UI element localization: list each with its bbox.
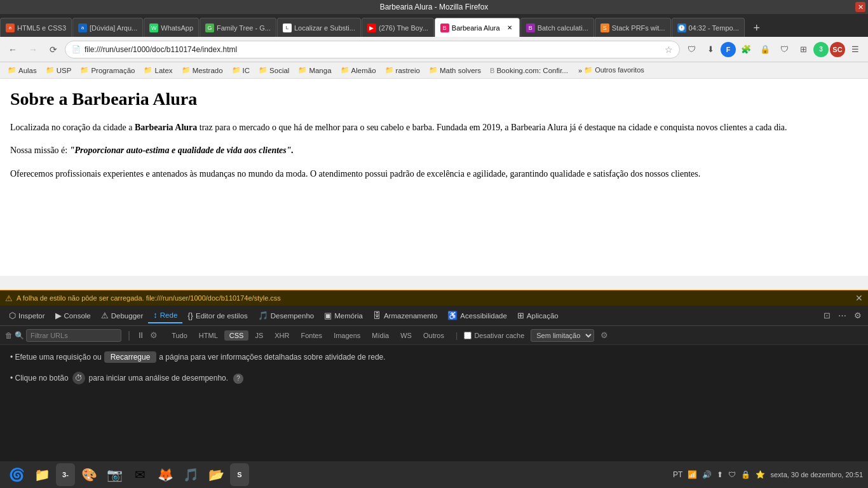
tab-familytree[interactable]: GFamily Tree - G... bbox=[200, 18, 276, 37]
devtools-tool-memória[interactable]: ▣Memória bbox=[319, 308, 368, 323]
filter-tab-tudo[interactable]: Tudo bbox=[166, 330, 193, 341]
bookmark-item-4[interactable]: 📁Mestrado bbox=[178, 65, 227, 76]
tab-html5[interactable]: aHTML5 e CSS3 bbox=[0, 18, 72, 37]
url-text: file:///run/user/1000/doc/b110174e/index… bbox=[85, 45, 661, 54]
tab-duvida[interactable]: a[Dúvida] Arqu... bbox=[72, 18, 143, 37]
devtools-more-icon[interactable]: ⋯ bbox=[836, 309, 849, 322]
nav-bar: ← → ⟳ 📄 file:///run/user/1000/doc/b11017… bbox=[0, 37, 868, 62]
taskbar-lock-icon: 🔒 bbox=[741, 470, 750, 479]
taskbar-folder-icon[interactable]: 📂 bbox=[205, 463, 227, 486]
menu-icon[interactable]: ☰ bbox=[846, 41, 864, 58]
bookmark-icon-7: 📁 bbox=[298, 66, 307, 74]
tab-youtube[interactable]: ▶(276) The Boy... bbox=[362, 18, 434, 37]
close-window-button[interactable]: ✕ bbox=[855, 2, 865, 12]
throttle-select[interactable]: Sem limitação bbox=[531, 329, 594, 342]
devtools-close-button[interactable]: ✕ bbox=[855, 293, 863, 303]
filter-tab-ws[interactable]: WS bbox=[395, 330, 417, 341]
devtools-tool-label-Debugger: Debugger bbox=[111, 312, 144, 320]
devtools-tool-acessibilidade[interactable]: ♿Acessibilidade bbox=[442, 308, 512, 323]
new-tab-button[interactable]: + bbox=[748, 19, 766, 37]
tab-favicon-clock: 🕐 bbox=[677, 24, 686, 32]
hint2-question-icon[interactable]: ? bbox=[233, 374, 243, 384]
filter-tab-fontes[interactable]: Fontes bbox=[295, 330, 327, 341]
bookmark-item-6[interactable]: 📁Social bbox=[255, 65, 293, 76]
filter-tab-outros[interactable]: Outros bbox=[418, 330, 449, 341]
bookmark-icon-0: 📁 bbox=[8, 66, 17, 74]
disable-cache-checkbox[interactable] bbox=[464, 332, 471, 339]
filter-tab-mídia[interactable]: Mídia bbox=[367, 330, 394, 341]
extension1-icon[interactable]: 🧩 bbox=[737, 41, 755, 58]
devtools-tool-label-Aplicação: Aplicação bbox=[527, 312, 559, 320]
disable-cache-label[interactable]: Desativar cache bbox=[464, 332, 524, 339]
devtools-tool-editor-de-estilos[interactable]: {}Editor de estilos bbox=[182, 308, 253, 323]
bookmark-item-2[interactable]: 📁Programação bbox=[76, 65, 139, 76]
back-button[interactable]: ← bbox=[4, 41, 22, 58]
bookmark-item-5[interactable]: 📁IC bbox=[228, 65, 254, 76]
tab-whatsapp[interactable]: WWhatsApp bbox=[144, 18, 199, 37]
tab-stack[interactable]: SStack PRFs wit... bbox=[595, 18, 671, 37]
filter-tab-js[interactable]: JS bbox=[250, 330, 268, 341]
taskbar-linux-icon[interactable]: 🌀 bbox=[5, 463, 28, 486]
download-icon[interactable]: ⬇ bbox=[702, 41, 719, 58]
bookmark-item-0[interactable]: 📁Aulas bbox=[4, 65, 41, 76]
filter-tab-imagens[interactable]: Imagens bbox=[329, 330, 365, 341]
taskbar-app-icon[interactable]: 🎨 bbox=[78, 463, 100, 486]
bookmark-item-3[interactable]: 📁Latex bbox=[140, 65, 176, 76]
taskbar-terminal-icon[interactable]: 3- bbox=[56, 463, 75, 486]
filter-url-input[interactable] bbox=[26, 329, 121, 342]
devtools-tool-label-Editor de estilos: Editor de estilos bbox=[196, 312, 248, 320]
tab-close-barbearia[interactable]: ✕ bbox=[505, 24, 514, 32]
bookmark-item-10[interactable]: 📁Math solvers bbox=[425, 65, 485, 76]
devtools-tool-aplicação[interactable]: ⊞Aplicação bbox=[512, 308, 564, 323]
forward-button[interactable]: → bbox=[24, 41, 42, 58]
bookmark-item-8[interactable]: 📁Alemão bbox=[337, 65, 380, 76]
tab-localizar[interactable]: LLocalizar e Substi... bbox=[277, 18, 361, 37]
bookmark-icon-1: 📁 bbox=[46, 66, 55, 74]
taskbar-firefox-icon[interactable]: 🦊 bbox=[154, 463, 177, 486]
devtools-tool-label-Inspetor: Inspetor bbox=[18, 312, 45, 320]
tab-favicon-whatsapp: W bbox=[149, 24, 158, 32]
reload-hint-button[interactable]: Recarregue bbox=[104, 351, 157, 363]
bookmark-item-11[interactable]: BBooking.com: Confir... bbox=[486, 65, 572, 76]
tab-batch[interactable]: BBatch calculati... bbox=[520, 18, 594, 37]
lock-nav-icon[interactable]: 🔒 bbox=[756, 41, 774, 58]
taskbar-files-icon[interactable]: 📁 bbox=[31, 463, 53, 486]
devtools-tool-desempenho[interactable]: 🎵Desempenho bbox=[253, 308, 319, 323]
reload-button[interactable]: ⟳ bbox=[44, 41, 62, 58]
taskbar-mail-icon[interactable]: ✉ bbox=[128, 463, 151, 486]
devtools-tool-rede[interactable]: ↕Rede bbox=[148, 308, 182, 323]
filter-tab-xhr[interactable]: XHR bbox=[269, 330, 294, 341]
devtools-tool-armazenamento[interactable]: 🗄Armazenamento bbox=[368, 308, 442, 323]
filter-tab-css[interactable]: CSS bbox=[224, 330, 249, 341]
devtools-tool-debugger[interactable]: ⚠Debugger bbox=[96, 308, 149, 323]
tab-barbearia[interactable]: BBarbearia Alura✕ bbox=[435, 18, 520, 37]
bookmark-item-9[interactable]: 📁rastreio bbox=[381, 65, 424, 76]
hint1-before: • Efetue uma requisição ou bbox=[10, 353, 102, 362]
taskbar-slack-icon[interactable]: S bbox=[230, 463, 249, 486]
devtools-tool-inspetor[interactable]: ⬡Inspetor bbox=[4, 308, 50, 323]
address-bar[interactable]: 📄 file:///run/user/1000/doc/b110174e/ind… bbox=[65, 41, 680, 58]
taskbar-camera-icon[interactable]: 📷 bbox=[103, 463, 126, 486]
profile-sc-icon[interactable]: SC bbox=[830, 42, 845, 57]
profile-blue-icon[interactable]: F bbox=[721, 42, 736, 57]
bookmark-item-7[interactable]: 📁Manga bbox=[294, 65, 335, 76]
devtools-tool-console[interactable]: ▶Console bbox=[50, 308, 96, 323]
devtools-tool-icon-Acessibilidade: ♿ bbox=[447, 311, 458, 320]
devtools-settings-icon[interactable]: ⚙ bbox=[851, 309, 864, 322]
badge-green-icon[interactable]: 3 bbox=[813, 42, 829, 57]
devtools-tool-icon-Console: ▶ bbox=[55, 311, 62, 320]
pause-icon[interactable]: ⏸ bbox=[137, 330, 145, 340]
settings-filter-icon[interactable]: ⚙ bbox=[150, 330, 158, 340]
taskbar-spotify-icon[interactable]: 🎵 bbox=[179, 463, 202, 486]
grid-icon[interactable]: ⊞ bbox=[794, 41, 812, 58]
tab-clock[interactable]: 🕐04:32 - Tempo... bbox=[672, 18, 745, 37]
devtools-hint-2: • Clique no botão ⏱ para iniciar uma aná… bbox=[10, 372, 858, 384]
bookmark-star-icon[interactable]: ☆ bbox=[665, 44, 673, 55]
filter-tab-html[interactable]: HTML bbox=[194, 330, 223, 341]
bookmarks-more-button[interactable]: » 📁 Outros favoritos bbox=[574, 65, 648, 76]
devtools-dock-icon[interactable]: ⊡ bbox=[821, 309, 833, 322]
filter-settings-icon[interactable]: ⚙ bbox=[600, 330, 608, 340]
shield-icon[interactable]: 🛡 bbox=[775, 41, 793, 58]
bookmark-item-1[interactable]: 📁USP bbox=[42, 65, 76, 76]
pocket-icon[interactable]: 🛡 bbox=[682, 41, 700, 58]
